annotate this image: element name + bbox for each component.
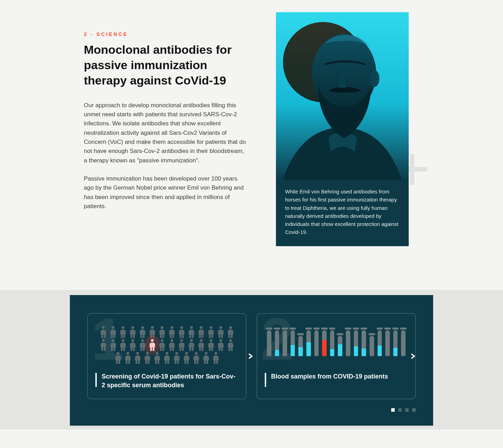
portrait-caption: While Emil von Behring used antibodies f… xyxy=(276,180,409,246)
person-icon xyxy=(202,352,210,364)
person-icon xyxy=(168,326,176,338)
person-icon xyxy=(187,339,196,351)
person-icon xyxy=(99,339,108,351)
person-icon xyxy=(129,326,137,338)
test-tube-icon xyxy=(378,330,382,356)
test-tube-icon xyxy=(354,330,358,356)
test-tube-icon xyxy=(393,330,398,356)
person-icon xyxy=(212,352,220,364)
person-icon xyxy=(129,339,137,351)
person-icon xyxy=(177,326,186,338)
test-tube-icon xyxy=(298,336,303,356)
test-tube-icon xyxy=(370,336,374,356)
person-icon xyxy=(138,339,147,351)
tubes-row-icon xyxy=(265,324,408,356)
test-tube-icon xyxy=(338,336,342,356)
test-tube-icon xyxy=(322,330,327,356)
person-icon xyxy=(143,352,152,364)
people-grid-icon xyxy=(95,324,238,364)
test-tube-icon xyxy=(362,330,366,356)
person-icon xyxy=(119,339,127,351)
article-text-col: 2 - SCIENCE Monoclonal antibodies for pa… xyxy=(84,31,248,220)
person-icon xyxy=(114,352,122,364)
person-icon xyxy=(99,326,108,338)
person-icon xyxy=(158,339,166,351)
slide-2-graphic xyxy=(265,324,408,366)
person-icon xyxy=(148,326,156,338)
test-tube-icon xyxy=(314,330,319,356)
slide-2-title: Blood samples from COVID-19 patients xyxy=(271,372,388,381)
pagination-dot[interactable] xyxy=(391,408,395,412)
slide-1: 1 Screening of Covid-19 patients for Sar… xyxy=(87,313,246,399)
person-icon xyxy=(163,352,171,364)
person-icon xyxy=(138,326,147,338)
test-tube-icon xyxy=(385,330,390,356)
portrait-silhouette xyxy=(276,12,409,180)
portrait-image xyxy=(276,12,409,180)
person-icon xyxy=(182,352,191,364)
slide-2: 2 Blood samples from COVID-19 patients xyxy=(257,313,416,399)
person-icon xyxy=(226,326,235,338)
test-tube-icon xyxy=(275,330,279,356)
test-tube-icon xyxy=(306,330,311,356)
test-tube-icon xyxy=(346,330,350,356)
person-icon xyxy=(197,339,205,351)
test-tube-icon xyxy=(291,330,295,356)
person-icon xyxy=(177,339,186,351)
person-icon xyxy=(124,352,132,364)
process-slider: 1 Screening of Covid-19 patients for Sar… xyxy=(70,295,433,426)
pagination-dot[interactable] xyxy=(405,408,409,412)
person-icon xyxy=(187,326,196,338)
section-eyebrow: 2 - SCIENCE xyxy=(84,31,248,37)
person-icon xyxy=(158,326,166,338)
person-icon xyxy=(197,326,205,338)
slider-next[interactable] xyxy=(407,351,418,361)
person-icon xyxy=(119,326,127,338)
person-icon xyxy=(226,339,235,351)
person-icon xyxy=(217,339,225,351)
chevron-right-icon xyxy=(247,351,254,361)
article-headline: Monoclonal antibodies for passive immuni… xyxy=(84,42,248,88)
pagination-dot[interactable] xyxy=(398,408,402,412)
test-tube-icon xyxy=(330,330,335,356)
pagination-dot[interactable] xyxy=(412,408,416,412)
person-icon xyxy=(217,326,225,338)
caption-accent xyxy=(95,373,97,387)
test-tube-icon xyxy=(283,330,287,356)
article-paragraph-1: Our approach to develop monoclonal antib… xyxy=(84,101,248,165)
person-icon xyxy=(109,339,117,351)
svg-point-1 xyxy=(370,70,379,87)
test-tube-icon xyxy=(401,330,406,356)
person-icon xyxy=(109,326,117,338)
chevron-right-icon xyxy=(409,351,416,361)
article-section: 2 - SCIENCE Monoclonal antibodies for pa… xyxy=(0,0,503,246)
person-icon xyxy=(148,339,156,351)
caption-accent xyxy=(265,373,266,387)
article-paragraph-2: Passive immunization has been developed … xyxy=(84,174,248,211)
slider-pagination xyxy=(87,408,416,412)
person-icon xyxy=(192,352,201,364)
person-icon xyxy=(153,352,161,364)
person-icon xyxy=(133,352,142,364)
slides-row: 1 Screening of Covid-19 patients for Sar… xyxy=(87,313,416,399)
person-icon xyxy=(173,352,181,364)
test-tube-icon xyxy=(267,330,271,356)
slide-1-title: Screening of Covid-19 patients for Sars-… xyxy=(102,372,238,390)
person-icon xyxy=(207,326,215,338)
person-icon xyxy=(207,339,215,351)
slider-next-mid[interactable] xyxy=(245,351,255,361)
portrait-card: + xyxy=(276,12,409,246)
slide-1-graphic xyxy=(95,324,238,366)
person-icon xyxy=(168,339,176,351)
